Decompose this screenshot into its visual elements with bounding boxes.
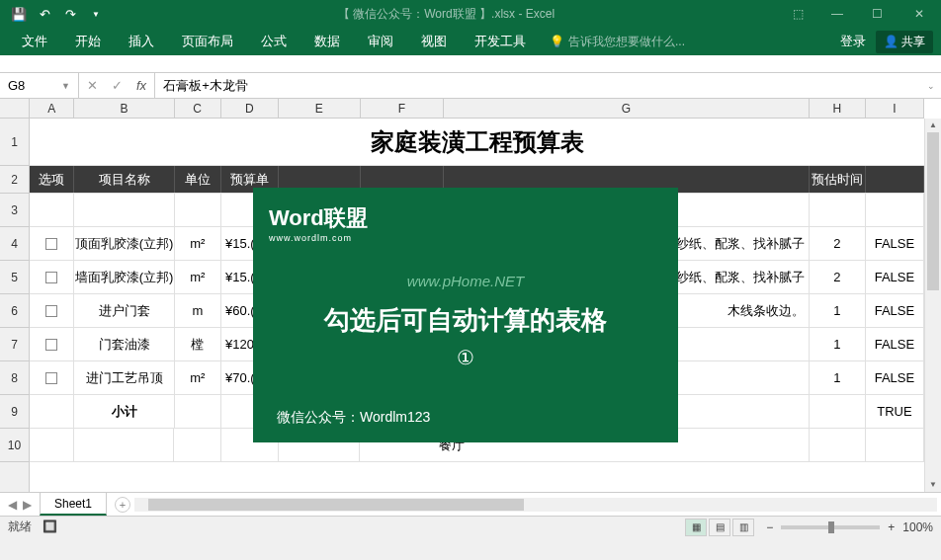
cell[interactable]: m² [175, 227, 221, 260]
maximize-button[interactable]: ☐ [857, 0, 897, 28]
chevron-down-icon[interactable]: ▼ [61, 81, 70, 91]
tab-data[interactable]: 数据 [300, 28, 354, 55]
tab-home[interactable]: 开始 [61, 28, 115, 55]
sheet-nav[interactable]: ◀▶ [0, 498, 40, 512]
col-header[interactable]: F [361, 99, 445, 118]
cell[interactable]: 2 [810, 227, 866, 260]
row-header[interactable]: 1 [0, 119, 29, 166]
tab-view[interactable]: 视图 [407, 28, 461, 55]
cell[interactable] [866, 194, 924, 226]
cell[interactable] [810, 429, 866, 461]
tell-me-search[interactable]: 💡告诉我您想要做什么... [540, 34, 695, 50]
cell[interactable]: 1 [810, 361, 866, 394]
row-header[interactable]: 10 [0, 429, 29, 462]
row-header[interactable]: 4 [0, 227, 29, 261]
tab-insert[interactable]: 插入 [115, 28, 168, 55]
sheet-tab-active[interactable]: Sheet1 [40, 493, 107, 516]
cell[interactable]: 进门工艺吊顶 [74, 361, 174, 394]
cell[interactable]: 墙面乳胶漆(立邦) [74, 261, 174, 293]
cell[interactable]: 项目名称 [74, 166, 174, 193]
row-header[interactable]: 8 [0, 361, 29, 395]
cell[interactable]: m² [175, 361, 221, 394]
cell[interactable] [175, 395, 221, 428]
col-header[interactable]: D [221, 99, 279, 118]
cell[interactable]: 预估时间 [810, 166, 866, 193]
select-all-button[interactable] [0, 99, 30, 119]
cell[interactable] [74, 194, 174, 226]
redo-icon[interactable]: ↷ [59, 3, 81, 25]
next-sheet-icon[interactable]: ▶ [23, 498, 32, 512]
save-icon[interactable]: 💾 [8, 3, 30, 25]
normal-view-button[interactable]: ▦ [685, 519, 707, 536]
cell[interactable] [30, 261, 74, 293]
page-layout-view-button[interactable]: ▤ [709, 519, 730, 536]
cell[interactable] [175, 194, 221, 226]
col-header[interactable]: B [74, 99, 174, 118]
cell[interactable]: 顶面乳胶漆(立邦) [74, 227, 174, 260]
share-button[interactable]: 👤共享 [876, 31, 933, 53]
cell[interactable] [30, 361, 74, 394]
row-header[interactable]: 3 [0, 194, 29, 227]
cell[interactable] [30, 429, 74, 461]
zoom-handle[interactable] [828, 521, 834, 533]
cell[interactable] [30, 194, 74, 226]
checkbox[interactable] [45, 238, 57, 250]
cell[interactable]: 门套油漆 [74, 328, 174, 360]
zoom-out-button[interactable]: − [766, 520, 773, 534]
cell[interactable] [174, 429, 220, 461]
row-header[interactable]: 7 [0, 328, 29, 361]
cell[interactable]: 家庭装潢工程预算表 [30, 119, 924, 165]
col-header[interactable]: C [175, 99, 221, 118]
hscroll-thumb[interactable] [148, 499, 524, 511]
tab-file[interactable]: 文件 [8, 28, 61, 55]
ribbon-options-icon[interactable]: ⬚ [778, 0, 817, 28]
close-button[interactable]: ✕ [897, 0, 941, 28]
page-break-view-button[interactable]: ▥ [732, 519, 754, 536]
formula-input[interactable]: 石膏板+木龙骨 [154, 73, 921, 98]
cell[interactable] [866, 166, 924, 193]
tab-review[interactable]: 审阅 [354, 28, 407, 55]
horizontal-scrollbar[interactable] [134, 498, 937, 512]
scroll-down-icon[interactable]: ▼ [925, 478, 941, 492]
cancel-formula-icon[interactable]: ✕ [87, 78, 98, 93]
undo-icon[interactable]: ↶ [34, 3, 55, 25]
cell[interactable]: 1 [810, 294, 866, 327]
checkbox[interactable] [45, 339, 57, 351]
minimize-button[interactable]: — [817, 0, 857, 28]
scroll-up-icon[interactable]: ▲ [925, 119, 941, 132]
cell[interactable] [74, 429, 174, 461]
col-header[interactable]: H [810, 99, 866, 118]
fx-icon[interactable]: fx [136, 78, 146, 93]
cell[interactable]: FALSE [866, 294, 924, 327]
cell[interactable]: 单位 [175, 166, 221, 193]
cell[interactable]: m [175, 294, 221, 327]
cell[interactable] [810, 395, 866, 428]
cell[interactable]: 小计 [74, 395, 174, 428]
checkbox[interactable] [45, 372, 57, 384]
col-header[interactable]: I [866, 99, 924, 118]
cell[interactable]: 选项 [30, 166, 74, 193]
scrollbar-thumb[interactable] [927, 132, 939, 290]
cell[interactable]: 2 [810, 261, 866, 293]
row-header[interactable]: 6 [0, 294, 29, 328]
col-header[interactable]: G [444, 99, 810, 118]
zoom-slider[interactable] [781, 525, 880, 529]
col-header[interactable]: A [30, 99, 74, 118]
cell[interactable]: 进户门套 [74, 294, 174, 327]
cell[interactable] [30, 328, 74, 360]
cell[interactable]: 1 [810, 328, 866, 360]
zoom-level[interactable]: 100% [902, 520, 933, 534]
cell[interactable]: FALSE [866, 361, 924, 394]
add-sheet-button[interactable]: + [115, 497, 130, 513]
row-header[interactable]: 2 [0, 166, 29, 194]
accept-formula-icon[interactable]: ✓ [112, 78, 123, 93]
checkbox[interactable] [45, 272, 57, 283]
checkbox[interactable] [45, 305, 57, 317]
cell[interactable]: 樘 [175, 328, 221, 360]
cell[interactable] [30, 395, 74, 428]
login-button[interactable]: 登录 [830, 33, 876, 50]
cell[interactable]: FALSE [866, 227, 924, 260]
cell[interactable]: m² [175, 261, 221, 293]
expand-formula-icon[interactable]: ⌄ [921, 81, 941, 91]
zoom-in-button[interactable]: + [888, 520, 895, 534]
